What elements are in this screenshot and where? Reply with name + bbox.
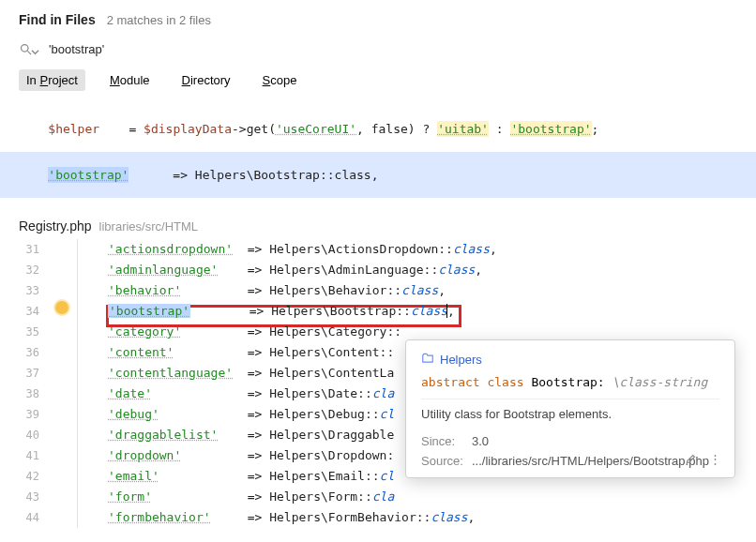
line-number: 38 [0, 384, 47, 404]
since-value: 3.0 [472, 434, 719, 448]
code-line[interactable]: 32'adminlanguage' => Helpers\AdminLangua… [0, 260, 756, 280]
code-line[interactable]: 31'actionsdropdown' => Helpers\ActionsDr… [0, 239, 756, 260]
doc-popup: Helpers abstract class Bootstrap: \class… [405, 339, 735, 478]
line-number: 36 [0, 342, 47, 363]
result-line-selected[interactable]: 'bootstrap' => Helpers\Bootstrap::class, [0, 152, 756, 198]
result-line[interactable]: $helper = $displayData->get('useCoreUI',… [19, 106, 756, 152]
line-number: 44 [0, 507, 47, 528]
scope-tab-directory[interactable]: Directory [174, 69, 238, 91]
line-number: 31 [0, 239, 47, 260]
line-number: 35 [0, 322, 47, 342]
line-number: 40 [0, 425, 47, 445]
line-number: 32 [0, 260, 47, 280]
code-line[interactable]: 43'form' => Helpers\Form::cla [0, 487, 756, 507]
match-count: 2 matches in 2 files [107, 13, 211, 27]
scope-tab-scope[interactable]: Scope [255, 69, 305, 91]
line-number: 34 [0, 301, 47, 322]
line-number: 33 [0, 280, 47, 301]
since-label: Since: [421, 434, 472, 448]
line-number: 39 [0, 404, 47, 425]
results-preview: $helper = $displayData->get('useCoreUI',… [0, 102, 756, 211]
file-header[interactable]: Registry.php libraries/src/HTML [0, 211, 756, 239]
line-number: 41 [0, 445, 47, 466]
source-label: Source: [421, 454, 472, 468]
search-row[interactable]: 'bootstrap' [0, 37, 756, 66]
package-link[interactable]: Helpers [440, 353, 482, 367]
source-value[interactable]: .../libraries/src/HTML/Helpers/Bootstrap… [472, 454, 719, 468]
gutter-icon-slot [47, 301, 77, 314]
svg-point-0 [22, 45, 29, 53]
line-number: 42 [0, 466, 47, 487]
intention-bulb-icon[interactable] [55, 301, 68, 314]
edit-icon[interactable] [685, 452, 698, 468]
scope-tabs: In Project Module Directory Scope [0, 66, 756, 102]
package-icon [421, 352, 434, 368]
code-line[interactable]: 44'formbehavior' => Helpers\FormBehavior… [0, 507, 756, 528]
code-line[interactable]: 33'behavior' => Helpers\Behavior::class, [0, 280, 756, 301]
doc-description: Utility class for Bootstrap elements. [421, 407, 719, 421]
dialog-title: Find in Files [19, 12, 96, 27]
search-input[interactable]: 'bootstrap' [49, 42, 104, 56]
file-path: libraries/src/HTML [99, 219, 198, 233]
header: Find in Files 2 matches in 2 files [0, 0, 756, 37]
file-name: Registry.php [19, 218, 92, 233]
scope-tab-project[interactable]: In Project [19, 69, 85, 91]
more-icon[interactable]: ⋮ [709, 452, 723, 468]
code-line[interactable]: 34'bootstrap' => Helpers\Bootstrap::clas… [0, 301, 756, 322]
search-icon [19, 42, 39, 56]
line-number: 43 [0, 487, 47, 507]
line-number: 37 [0, 363, 47, 384]
scope-tab-module[interactable]: Module [102, 69, 158, 91]
